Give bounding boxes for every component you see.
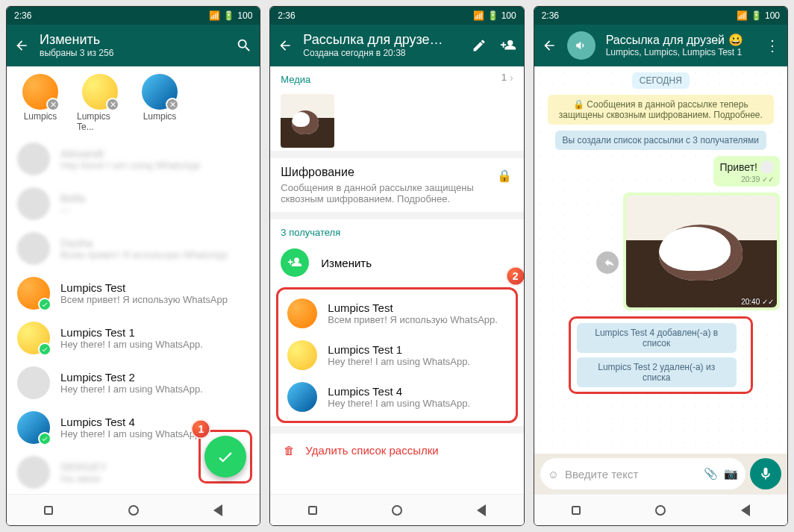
encryption-notice[interactable]: 🔒 Сообщения в данной рассылке теперь защ… bbox=[548, 95, 774, 125]
delete-broadcast-row[interactable]: 🗑 Удалить список рассылки bbox=[270, 434, 523, 467]
check-icon bbox=[38, 298, 51, 311]
home-icon[interactable] bbox=[392, 505, 402, 516]
phone-edit-broadcast: 2:36 📶 🔋 100 Изменить выбраны 3 из 256 ✕… bbox=[6, 6, 260, 526]
camera-icon[interactable]: 📷 bbox=[724, 467, 738, 481]
recipient-name: Lumpics Test bbox=[328, 301, 498, 314]
avatar bbox=[287, 340, 317, 370]
recipient-row[interactable]: Lumpics TestВсем привет! Я использую Wha… bbox=[280, 292, 513, 334]
contact-row[interactable]: Lumpics Test 1Hey there! I am using What… bbox=[7, 316, 260, 360]
media-header-row[interactable]: Медиа 1 › bbox=[270, 66, 523, 91]
title-wrap[interactable]: Рассылка для друзе… Создана сегодня в 20… bbox=[303, 33, 460, 58]
edit-label: Изменить bbox=[321, 257, 372, 269]
media-label: Медиа bbox=[281, 66, 321, 88]
back-nav-icon[interactable] bbox=[213, 504, 222, 516]
check-icon bbox=[38, 432, 51, 445]
encryption-block[interactable]: Шифрование Сообщения в данной рассылке з… bbox=[270, 158, 523, 212]
recipient-status: Hey there! I am using WhatsApp. bbox=[328, 356, 470, 367]
image-meta: 20:40 ✓✓ bbox=[741, 298, 774, 306]
avatar: ✕ bbox=[82, 74, 118, 110]
add-person-button[interactable] bbox=[281, 248, 309, 277]
forward-button[interactable] bbox=[596, 251, 619, 274]
avatar bbox=[287, 298, 317, 328]
selected-chip[interactable]: ✕ Lumpics Te... bbox=[77, 74, 123, 132]
phone-broadcast-info: 2:36 📶🔋100 Рассылка для друзе… Создана с… bbox=[269, 6, 524, 526]
status-time: 2:36 bbox=[14, 10, 31, 21]
mic-button[interactable] bbox=[750, 458, 781, 489]
actions bbox=[472, 37, 516, 54]
actions bbox=[236, 37, 252, 54]
megaphone-icon bbox=[575, 39, 588, 52]
encryption-text: Сообщения в данной рассылке защищены скв… bbox=[281, 182, 513, 204]
recipient-status: Hey there! I am using WhatsApp. bbox=[328, 398, 470, 409]
recipient-row[interactable]: Lumpics Test 1Hey there! I am using What… bbox=[280, 334, 513, 376]
trash-icon: 🗑 bbox=[284, 444, 295, 457]
broadcast-avatar[interactable] bbox=[567, 31, 596, 60]
avatar bbox=[17, 366, 50, 399]
contact-row[interactable]: AlexandrHey there! I am using WhatsApp bbox=[7, 137, 260, 181]
nav-bar bbox=[270, 494, 523, 525]
back-icon[interactable] bbox=[542, 38, 557, 53]
recents-icon[interactable] bbox=[44, 506, 53, 515]
status-icons: 📶🔋100 bbox=[473, 10, 516, 21]
attach-icon[interactable]: 📎 bbox=[704, 467, 718, 481]
battery-icon: 🔋 bbox=[751, 10, 762, 21]
contact-name: Lumpics Test 1 bbox=[60, 326, 249, 339]
edit-recipients-row[interactable]: Изменить bbox=[270, 241, 523, 284]
forward-icon bbox=[601, 257, 613, 269]
status-time: 2:36 bbox=[278, 10, 295, 21]
avatar bbox=[17, 232, 50, 265]
chat-body[interactable]: СЕГОДНЯ 🔒 Сообщения в данной рассылке те… bbox=[534, 66, 787, 454]
contact-row[interactable]: Bella— bbox=[7, 181, 260, 226]
recipient-row[interactable]: Lumpics Test 4Hey there! I am using What… bbox=[280, 376, 513, 418]
contact-row[interactable]: Lumpics Test 2Hey there! I am using What… bbox=[7, 360, 260, 405]
back-icon[interactable] bbox=[14, 38, 29, 53]
remove-icon[interactable]: ✕ bbox=[106, 98, 119, 111]
recipients-highlight-box: Lumpics TestВсем привет! Я использую Wha… bbox=[276, 287, 517, 423]
contact-row[interactable]: DashaВсем привет! Я использую WhatsApp bbox=[7, 226, 260, 271]
back-nav-icon[interactable] bbox=[477, 504, 486, 516]
message-input[interactable]: ☺ Введите текст 📎 📷 bbox=[540, 458, 745, 489]
page-title: Изменить bbox=[40, 33, 225, 48]
confirm-fab[interactable] bbox=[204, 436, 246, 478]
remove-icon[interactable]: ✕ bbox=[46, 98, 60, 111]
person-add-icon bbox=[287, 255, 302, 270]
contact-status: Hey there! I am using WhatsApp. bbox=[60, 384, 249, 395]
chip-label: Lumpics Te... bbox=[77, 111, 123, 132]
media-thumbnail[interactable] bbox=[281, 94, 334, 148]
input-placeholder: Введите текст bbox=[565, 468, 698, 481]
actions: ⋮ bbox=[765, 37, 780, 54]
back-nav-icon[interactable] bbox=[741, 504, 750, 516]
back-icon[interactable] bbox=[278, 38, 293, 53]
system-highlight-box: Lumpics Test 4 добавлен(-а) в список Lum… bbox=[569, 316, 753, 394]
selected-chip[interactable]: ✕ Lumpics bbox=[137, 74, 183, 132]
more-icon[interactable]: ⋮ bbox=[765, 37, 780, 54]
contact-row[interactable]: Lumpics TestВсем привет! Я использую Wha… bbox=[7, 271, 260, 316]
edit-icon[interactable] bbox=[472, 38, 487, 53]
recents-icon[interactable] bbox=[572, 506, 581, 515]
status-icons: 📶🔋100 bbox=[737, 10, 780, 21]
message-meta: 20:39 ✓✓ bbox=[719, 175, 774, 184]
app-bar: Рассылка для друзей 😀 Lumpics, Lumpics, … bbox=[534, 25, 787, 66]
page-subtitle: выбраны 3 из 256 bbox=[40, 48, 225, 58]
recents-icon[interactable] bbox=[308, 506, 317, 515]
title-wrap[interactable]: Рассылка для друзей 😀 Lumpics, Lumpics, … bbox=[606, 34, 754, 57]
avatar bbox=[17, 322, 50, 354]
wifi-icon: 📶 bbox=[209, 10, 220, 21]
outgoing-message[interactable]: Привет! 20:39 ✓✓ bbox=[713, 156, 780, 187]
search-icon[interactable] bbox=[236, 37, 252, 54]
divider bbox=[270, 212, 523, 219]
encryption-heading: Шифрование bbox=[281, 166, 513, 179]
emoji-icon[interactable]: ☺ bbox=[548, 468, 559, 481]
add-person-icon[interactable] bbox=[500, 37, 516, 54]
status-icons: 📶 🔋 100 bbox=[209, 10, 252, 21]
date-chip: СЕГОДНЯ bbox=[632, 72, 690, 89]
recipients-header: 3 получателя bbox=[270, 219, 523, 241]
contact-name: Alexandr bbox=[60, 147, 249, 160]
home-icon[interactable] bbox=[655, 505, 666, 516]
selected-chip[interactable]: ✕ Lumpics bbox=[17, 74, 63, 132]
remove-icon[interactable]: ✕ bbox=[166, 98, 179, 111]
home-icon[interactable] bbox=[128, 505, 139, 516]
outgoing-image-message[interactable]: 20:40 ✓✓ bbox=[623, 193, 780, 310]
contact-status: Всем привет! Я использую WhatsApp bbox=[60, 249, 249, 260]
contact-status: Всем привет! Я использую WhatsApp bbox=[60, 294, 249, 305]
